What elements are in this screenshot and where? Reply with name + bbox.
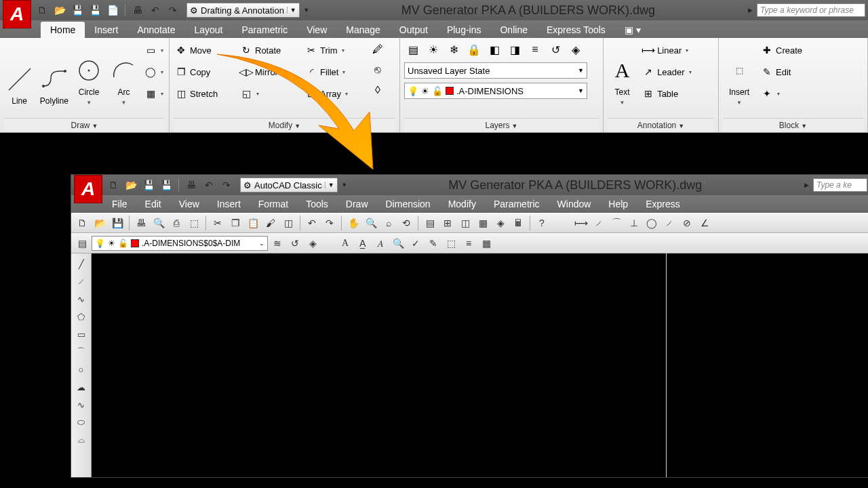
doc-menu-icon[interactable]: ▶	[743, 3, 757, 17]
array-button[interactable]: ⊞Array▾	[304, 84, 365, 103]
tab-view[interactable]: View	[297, 22, 336, 38]
layer-lock-button[interactable]: 🔒	[465, 41, 483, 58]
scale-button[interactable]: ◱▾	[239, 84, 300, 103]
print-icon[interactable]: 🖶	[184, 178, 198, 192]
matchprop-icon[interactable]: 🖌	[262, 215, 279, 231]
leader-button[interactable]: ↗Leader▾	[641, 62, 714, 81]
dim-aligned-icon[interactable]: ⟋	[591, 215, 607, 231]
preview-icon[interactable]: 🔍	[151, 215, 167, 231]
textstyle-icon[interactable]: 𝐴	[372, 235, 389, 251]
table-button[interactable]: ⊞Table	[641, 84, 714, 103]
layer-state-button[interactable]: ◈	[567, 41, 585, 58]
tab-plugins[interactable]: Plug-ins	[437, 22, 491, 38]
fillet-button[interactable]: ◜Fillet▾	[304, 62, 365, 81]
explode-button[interactable]: ⎋	[369, 61, 387, 79]
convert-icon[interactable]: ▦	[478, 235, 494, 251]
create-button[interactable]: ✚Create	[760, 41, 821, 60]
layer-match-button[interactable]: ≡	[526, 41, 544, 58]
ellipsearc-icon[interactable]: ⌓	[74, 432, 89, 447]
zoom-rt-icon[interactable]: 🔍	[363, 215, 379, 231]
tab-express[interactable]: Express Tools	[537, 22, 615, 38]
cut-icon[interactable]: ✂	[210, 215, 226, 231]
tab-output[interactable]: Output	[390, 22, 437, 38]
circle-button[interactable]: Circle▼	[74, 41, 104, 106]
undo-icon[interactable]: ↶	[304, 215, 320, 231]
props-icon[interactable]: ▤	[422, 215, 438, 231]
dim-linear-icon[interactable]: ⟼	[573, 215, 589, 231]
menu-edit[interactable]: Edit	[145, 199, 161, 209]
rectangle-icon[interactable]: ▭	[74, 327, 89, 342]
line-button[interactable]: Line	[4, 41, 35, 106]
workspace-selector[interactable]: ⚙ Drafting & Annotation ▼	[186, 3, 300, 18]
dim-ord-icon[interactable]: ⊥	[626, 215, 642, 231]
layer-props-button[interactable]: ▤	[404, 41, 422, 58]
tab-online[interactable]: Online	[490, 22, 536, 38]
circle-icon[interactable]: ○	[74, 362, 89, 377]
polyline-icon[interactable]: ∿	[74, 291, 89, 306]
publish-icon[interactable]: ⎙	[168, 215, 184, 231]
new-icon[interactable]: 🗋	[35, 3, 49, 17]
app-logo-icon[interactable]: A	[74, 175, 102, 203]
app-logo-icon[interactable]: A	[3, 0, 31, 28]
menu-file[interactable]: File	[112, 199, 127, 209]
plot-icon[interactable]: 📄	[106, 3, 119, 17]
markup-icon[interactable]: ◈	[492, 215, 509, 231]
offset-button[interactable]: ◊	[369, 81, 387, 99]
tab-annotate[interactable]: Annotate	[127, 22, 184, 38]
panel-layers-label[interactable]: Layers▼	[404, 118, 599, 132]
tab-home[interactable]: Home	[41, 22, 85, 38]
undo-icon[interactable]: ↶	[149, 3, 162, 17]
menu-modify[interactable]: Modify	[448, 199, 476, 209]
canvas-top[interactable]	[0, 133, 868, 174]
menu-tools[interactable]: Tools	[306, 199, 328, 209]
copy-button[interactable]: ❐Copy	[174, 62, 235, 81]
erase-button[interactable]: 🖉	[369, 41, 387, 58]
tab-layout[interactable]: Layout	[184, 22, 232, 38]
layer-freeze-button[interactable]: ❄	[445, 41, 462, 58]
layer-current-selector[interactable]: 💡☀🔓 .A-DIMENSIONS▼	[404, 83, 587, 99]
polyline-button[interactable]: Polyline	[39, 41, 69, 106]
arc-button[interactable]: Arc▼	[108, 41, 139, 106]
ellipse-button[interactable]: ◯▾	[143, 62, 165, 81]
save-icon[interactable]: 💾	[109, 215, 125, 231]
layer-prev-button[interactable]: ↺	[547, 41, 564, 58]
layer-state-selector[interactable]: Unsaved Layer State▼	[404, 62, 587, 79]
menu-parametric[interactable]: Parametric	[494, 199, 540, 209]
stretch-button[interactable]: ◫Stretch	[174, 84, 235, 103]
pan-icon[interactable]: ✋	[345, 215, 361, 231]
attr-button[interactable]: ✦▾	[760, 84, 821, 103]
redo-icon[interactable]: ↷	[321, 215, 338, 231]
hatch-button[interactable]: ▦▾	[143, 84, 165, 103]
polygon-icon[interactable]: ⬠	[74, 309, 89, 324]
justify-icon[interactable]: ≡	[460, 235, 477, 251]
revcloud-icon[interactable]: ☁	[74, 380, 89, 394]
rectangle-button[interactable]: ▭▾	[143, 41, 165, 60]
print-icon[interactable]: 🖶	[133, 215, 149, 231]
save-icon[interactable]: 💾	[142, 178, 155, 192]
undo-icon[interactable]: ↶	[202, 178, 216, 192]
3dprint-icon[interactable]: ⬚	[186, 215, 202, 231]
arc-icon[interactable]: ⌒	[74, 344, 89, 359]
dim-radius-icon[interactable]: ◯	[644, 215, 660, 231]
classic-workspace-selector[interactable]: ⚙ AutoCAD Classic ▼	[240, 178, 338, 192]
panel-modify-label[interactable]: Modify▼	[174, 118, 395, 132]
copy-icon[interactable]: ❐	[227, 215, 243, 231]
new-icon[interactable]: 🗋	[106, 178, 120, 192]
workspace-menu-icon[interactable]: ▼	[300, 3, 313, 17]
workspace-menu-icon[interactable]: ▼	[338, 178, 351, 192]
layer-selector[interactable]: 💡☀🔓 .A-DIMENSIONS$0$A-DIM⌄	[92, 236, 268, 251]
line-icon[interactable]: ╱	[74, 256, 89, 271]
layer-iso-button[interactable]: ◧	[486, 41, 503, 58]
menu-format[interactable]: Format	[258, 199, 288, 209]
calc-icon[interactable]: 🖩	[510, 215, 526, 231]
trim-button[interactable]: ✂Trim▾	[304, 41, 365, 60]
open-icon[interactable]: 📂	[53, 3, 66, 17]
open-icon[interactable]: 📂	[124, 178, 138, 192]
new-icon[interactable]: 🗋	[74, 215, 90, 231]
dim-arc-icon[interactable]: ⌒	[608, 215, 625, 231]
mirror-button[interactable]: ◁▷Mirror	[239, 62, 300, 81]
layer-uniso-button[interactable]: ◨	[506, 41, 524, 58]
menu-draw[interactable]: Draw	[346, 199, 368, 209]
dim-ang-icon[interactable]: ∠	[696, 215, 713, 231]
layer-match-icon[interactable]: ≋	[269, 235, 285, 251]
